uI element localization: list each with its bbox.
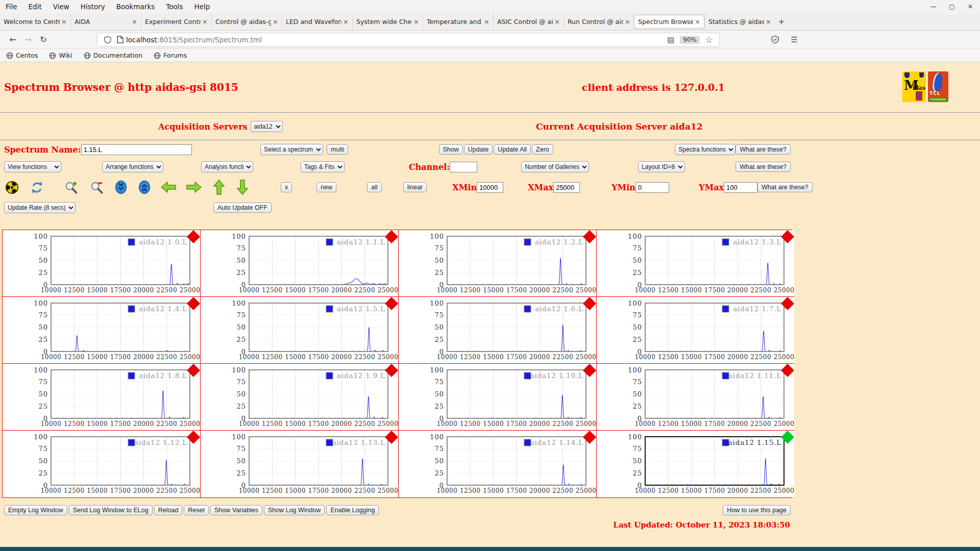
browser-tab[interactable]: Spectrum Browser (@× [634, 15, 704, 29]
refresh-icon[interactable] [30, 181, 44, 194]
xmin-input[interactable] [477, 182, 503, 193]
reload-button[interactable]: Reload [154, 505, 183, 515]
arrow-down-icon[interactable] [236, 179, 249, 195]
spectrum-cell[interactable]: 0255075100100001250015000175002000022500… [597, 364, 794, 431]
spectrum-cell[interactable]: 0255075100100001250015000175002000022500… [201, 431, 399, 497]
status-diamond[interactable] [385, 230, 398, 243]
show-variables-button[interactable]: Show Variables [210, 505, 262, 515]
browser-tab[interactable]: AIDA× [70, 13, 141, 30]
spectrum-cell[interactable]: 0255075100100001250015000175002000022500… [399, 431, 597, 497]
tab-close-icon[interactable]: × [484, 18, 489, 26]
empty-log-window-button[interactable]: Empty Log Window [4, 505, 67, 515]
zoom-level-badge[interactable]: 90% [680, 36, 700, 44]
xmax-input[interactable] [553, 182, 580, 193]
reload-icon[interactable]: ↻ [36, 35, 51, 44]
bookmark-centos[interactable]: Centos [6, 52, 38, 59]
status-diamond[interactable] [781, 297, 794, 310]
browser-tab[interactable]: Statistics @ aidas-gsi× [704, 13, 775, 30]
status-diamond[interactable] [583, 297, 596, 310]
tab-close-icon[interactable]: × [413, 18, 419, 26]
arrow-left-icon[interactable] [160, 181, 177, 194]
send-log-window-to-elog-button[interactable]: Send Log Window to ELog [69, 505, 153, 515]
what-are-these-button[interactable]: What are these? [736, 144, 791, 155]
bookmark-wiki[interactable]: Wiki [49, 52, 72, 59]
tab-close-icon[interactable]: × [132, 18, 137, 26]
arrange-functions-select[interactable]: Arrange functions [102, 161, 163, 172]
tab-close-icon[interactable]: × [202, 18, 208, 26]
menu-tools[interactable]: Tools [160, 3, 188, 11]
browser-tab[interactable]: System wide Checks× [352, 13, 423, 30]
browser-tab[interactable]: Experiment Control (× [141, 13, 211, 30]
spectra-functions-select[interactable]: Spectra functions [675, 144, 736, 155]
browser-tab[interactable]: Control @ aidas-gsi× [211, 13, 282, 30]
tab-close-icon[interactable]: × [554, 18, 560, 26]
menu-history[interactable]: History [75, 3, 111, 11]
how-to-use-this-page-button[interactable]: How to use this page [723, 505, 791, 515]
status-diamond[interactable] [187, 364, 200, 377]
spectrum-cell[interactable]: 0255075100100001250015000175002000022500… [3, 230, 201, 297]
ymax-input[interactable] [724, 182, 757, 193]
zoom-out-icon[interactable] [90, 180, 104, 194]
zero-button[interactable]: Zero [532, 144, 553, 155]
status-diamond[interactable] [583, 230, 596, 243]
spectrum-cell[interactable]: 0255075100100001250015000175002000022500… [399, 297, 597, 364]
spectrum-cell[interactable]: 0255075100100001250015000175002000022500… [597, 297, 794, 364]
acquisition-server-select[interactable]: aida12 [251, 121, 283, 132]
new-tab-button[interactable]: + [775, 13, 788, 30]
zoom-in-icon[interactable] [64, 180, 79, 194]
close-icon[interactable]: ✕ [967, 3, 974, 10]
menu-help[interactable]: Help [189, 3, 216, 11]
radiation-icon[interactable] [5, 181, 19, 194]
auto-update-button[interactable]: Auto Update OFF [213, 203, 272, 213]
number-of-galleries-select[interactable]: Number of Galleries [521, 161, 589, 172]
all-button[interactable]: all [367, 182, 382, 192]
x-button[interactable]: x [281, 182, 292, 192]
update-button[interactable]: Update [464, 144, 493, 155]
status-diamond[interactable] [187, 297, 200, 310]
spectrum-cell[interactable]: 0255075100100001250015000175002000022500… [3, 431, 201, 497]
analysis-functions-select[interactable]: Analysis functions [201, 161, 253, 172]
maximize-icon[interactable]: ▢ [948, 3, 955, 10]
browser-tab[interactable]: LED and Waveform c× [282, 13, 352, 30]
expand-icon[interactable] [138, 180, 151, 194]
ymin-input[interactable] [635, 182, 669, 193]
menu-view[interactable]: View [47, 3, 75, 11]
menu-file[interactable]: File [0, 3, 23, 11]
browser-tab[interactable]: Run Control @ aidas-× [564, 13, 634, 30]
status-diamond[interactable] [583, 364, 596, 377]
what-are-these-button[interactable]: What are these? [757, 182, 813, 192]
spectrum-cell[interactable]: 0255075100100001250015000175002000022500… [399, 364, 597, 431]
status-diamond[interactable] [385, 364, 398, 377]
shield-icon[interactable] [102, 34, 114, 46]
spectrum-cell[interactable]: 0255075100100001250015000175002000022500… [3, 364, 201, 431]
what-are-these-button[interactable]: What are these? [736, 162, 791, 172]
channel-input[interactable] [450, 162, 477, 172]
minimize-icon[interactable]: — [930, 3, 937, 10]
tab-close-icon[interactable]: × [343, 18, 349, 26]
spectrum-cell[interactable]: 0255075100100001250015000175002000022500… [399, 230, 597, 297]
select-a-spectrum-select[interactable]: Select a spectrum [260, 144, 323, 155]
show-button[interactable]: Show [439, 144, 463, 155]
status-diamond[interactable] [385, 297, 398, 310]
tab-close-icon[interactable]: × [766, 18, 771, 26]
status-diamond[interactable] [781, 431, 794, 444]
back-icon[interactable]: ← [5, 35, 20, 44]
reset-button[interactable]: Reset [184, 505, 209, 515]
enable-logging-button[interactable]: Enable Logging [326, 505, 379, 515]
bookmark-documentation[interactable]: Documentation [84, 52, 142, 59]
forward-icon[interactable]: → [20, 35, 36, 44]
status-diamond[interactable] [781, 364, 794, 377]
spectrum-name-input[interactable] [81, 144, 192, 155]
browser-tab[interactable]: Temperature and stat× [423, 13, 493, 30]
spectrum-cell[interactable]: 0255075100100001250015000175002000022500… [597, 431, 794, 497]
update-rate-select[interactable]: Update Rate (8 secs) [4, 202, 76, 213]
multi-button[interactable]: multi [327, 144, 348, 155]
status-diamond[interactable] [187, 230, 200, 243]
linear-button[interactable]: linear [403, 182, 427, 192]
spectrum-cell[interactable]: 0255075100100001250015000175002000022500… [3, 297, 201, 364]
view-functions-select[interactable]: View functions [4, 161, 61, 172]
hamburger-menu-icon[interactable]: ☰ [788, 34, 800, 46]
reader-mode-icon[interactable]: ▤ [665, 34, 677, 46]
update-all-button[interactable]: Update All [494, 144, 531, 155]
spectrum-cell[interactable]: 0255075100100001250015000175002000022500… [201, 230, 399, 297]
